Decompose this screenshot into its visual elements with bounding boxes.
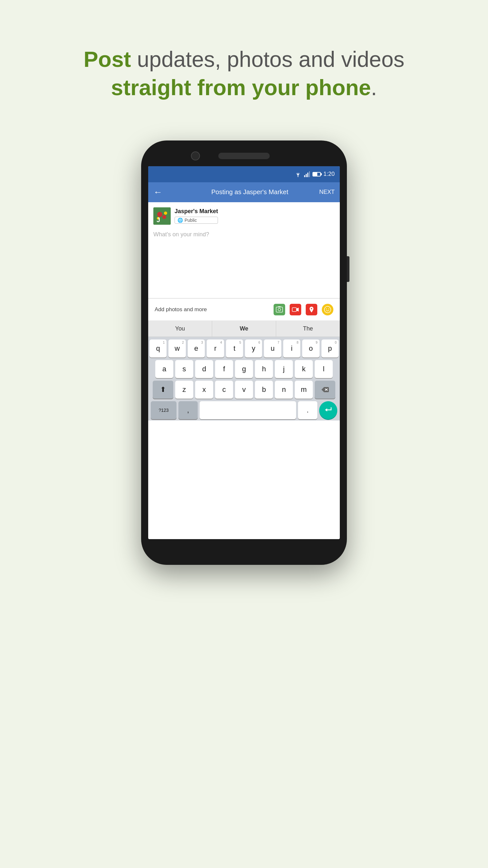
poster-info: J Jasper's Market 🌐 Public xyxy=(153,207,335,225)
keyboard-row-3: ⬆ z x c v b n m xyxy=(150,381,338,399)
key-h[interactable]: h xyxy=(255,360,273,378)
video-icon[interactable] xyxy=(289,304,301,315)
keyboard-row-1: 1q 2w 3e 4r 5t 6y 7u 8i 9o 0p xyxy=(150,340,338,358)
svg-rect-13 xyxy=(278,306,281,307)
key-v[interactable]: v xyxy=(235,381,253,399)
svg-rect-2 xyxy=(306,174,307,177)
headline-rest: updates, photos and videos xyxy=(131,47,404,71)
svg-point-9 xyxy=(164,212,167,215)
key-b[interactable]: b xyxy=(255,381,273,399)
svg-point-7 xyxy=(162,215,166,219)
keyboard-row-2: a s d f g h j k l xyxy=(150,360,338,378)
signal-icon xyxy=(304,172,310,177)
poster-details: Jasper's Market 🌐 Public xyxy=(175,208,218,224)
globe-icon: 🌐 xyxy=(178,218,183,223)
key-s[interactable]: s xyxy=(175,360,193,378)
svg-rect-5 xyxy=(153,207,171,225)
svg-point-16 xyxy=(324,306,331,313)
next-button[interactable]: NEXT xyxy=(319,189,335,195)
key-shift[interactable]: ⬆ xyxy=(153,381,173,399)
svg-point-18 xyxy=(328,309,329,309)
key-i[interactable]: 8i xyxy=(283,340,300,358)
svg-rect-1 xyxy=(304,175,305,177)
key-space[interactable] xyxy=(200,401,296,419)
headline-bold: Post xyxy=(84,47,131,71)
key-p[interactable]: 0p xyxy=(322,340,338,358)
back-button[interactable]: ← xyxy=(153,187,162,197)
svg-point-12 xyxy=(278,308,281,311)
status-time: 1:20 xyxy=(324,171,335,178)
key-w[interactable]: 2w xyxy=(169,340,185,358)
svg-rect-4 xyxy=(309,172,310,177)
phone-shell: 1:20 ← Posting as Jasper's Market NEXT xyxy=(141,141,347,565)
key-o[interactable]: 9o xyxy=(302,340,319,358)
battery-icon xyxy=(312,172,321,177)
key-enter[interactable] xyxy=(319,401,337,419)
key-j[interactable]: j xyxy=(275,360,293,378)
poster-name: Jasper's Market xyxy=(175,208,218,215)
key-d[interactable]: d xyxy=(195,360,213,378)
suggestions-row: You We The xyxy=(148,321,340,337)
svg-rect-3 xyxy=(307,173,308,177)
key-comma[interactable]: , xyxy=(178,401,198,419)
phone-screen: 1:20 ← Posting as Jasper's Market NEXT xyxy=(148,166,340,539)
headline: Post updates, photos and videos straight… xyxy=(84,45,404,102)
app-bar-title: Posting as Jasper's Market xyxy=(167,188,332,196)
add-photos-label: Add photos and more xyxy=(155,306,207,313)
key-z[interactable]: z xyxy=(175,381,193,399)
photo-icon[interactable] xyxy=(274,304,285,315)
suggestion-the[interactable]: The xyxy=(276,321,340,337)
key-123[interactable]: ?123 xyxy=(151,401,177,419)
key-period[interactable]: . xyxy=(298,401,317,419)
post-input[interactable]: What's on your mind? xyxy=(153,228,335,293)
phone-side-button xyxy=(347,256,349,282)
key-k[interactable]: k xyxy=(295,360,313,378)
key-delete[interactable] xyxy=(315,381,335,399)
key-g[interactable]: g xyxy=(235,360,253,378)
svg-rect-14 xyxy=(292,308,296,311)
action-icons xyxy=(274,304,333,315)
location-icon[interactable] xyxy=(306,304,317,315)
key-q[interactable]: 1q xyxy=(150,340,166,358)
post-area: J Jasper's Market 🌐 Public What's on you… xyxy=(148,202,340,298)
status-icons: 1:20 xyxy=(295,171,335,178)
key-l[interactable]: l xyxy=(315,360,333,378)
avatar: J xyxy=(153,207,171,225)
key-n[interactable]: n xyxy=(275,381,293,399)
headline-dot: . xyxy=(371,75,377,100)
headline-line2: straight from your phone xyxy=(111,75,371,100)
keyboard-bottom-row: ?123 , . xyxy=(150,401,338,419)
key-y[interactable]: 6y xyxy=(245,340,262,358)
suggestion-we[interactable]: We xyxy=(212,321,276,337)
add-photos-bar: Add photos and more xyxy=(148,298,340,321)
phone-camera xyxy=(191,151,200,160)
keyboard: 1q 2w 3e 4r 5t 6y 7u 8i 9o 0p a s d f xyxy=(148,337,340,421)
svg-text:J: J xyxy=(157,216,160,223)
emoji-icon[interactable] xyxy=(322,304,333,315)
key-x[interactable]: x xyxy=(195,381,213,399)
key-m[interactable]: m xyxy=(295,381,313,399)
key-u[interactable]: 7u xyxy=(264,340,281,358)
wifi-icon xyxy=(295,172,302,177)
key-t[interactable]: 5t xyxy=(226,340,243,358)
privacy-badge[interactable]: 🌐 Public xyxy=(175,217,218,224)
key-e[interactable]: 3e xyxy=(188,340,205,358)
svg-point-17 xyxy=(326,309,327,309)
svg-point-15 xyxy=(311,308,312,309)
key-a[interactable]: a xyxy=(155,360,173,378)
key-f[interactable]: f xyxy=(215,360,233,378)
status-bar: 1:20 xyxy=(148,166,340,182)
svg-rect-11 xyxy=(276,307,282,312)
privacy-label: Public xyxy=(185,218,197,223)
app-bar: ← Posting as Jasper's Market NEXT xyxy=(148,182,340,202)
svg-point-0 xyxy=(297,176,298,177)
suggestion-you[interactable]: You xyxy=(148,321,212,337)
key-c[interactable]: c xyxy=(215,381,233,399)
phone-wrapper: 1:20 ← Posting as Jasper's Market NEXT xyxy=(141,141,347,565)
phone-speaker xyxy=(218,153,270,159)
key-r[interactable]: 4r xyxy=(207,340,224,358)
